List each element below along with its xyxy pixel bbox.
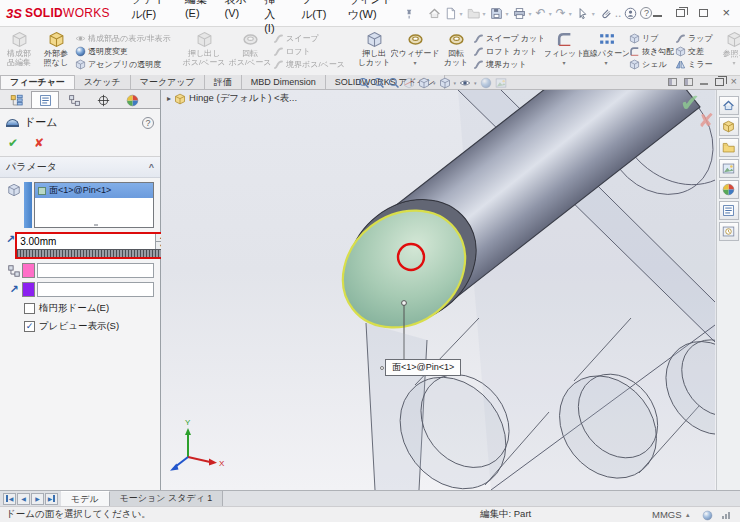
elliptical-dome-row[interactable]: 楕円形ドーム(E) <box>0 297 160 315</box>
feature-tree-flyout[interactable]: ▸ Hinge (デフォルト) <表... <box>167 92 297 105</box>
dropdown-caret-icon[interactable]: ▾ <box>549 10 552 17</box>
dropdown-caret-icon[interactable]: ▾ <box>474 80 477 86</box>
print-button[interactable] <box>512 5 527 22</box>
no-external-references-button[interactable]: 外部参 照なし <box>37 29 75 73</box>
dropdown-caret-icon[interactable]: ▾ <box>604 59 607 68</box>
listbox-resize-handle[interactable] <box>94 224 98 226</box>
direction-field[interactable] <box>37 282 154 297</box>
account-button[interactable] <box>623 5 638 22</box>
save-button[interactable] <box>489 5 504 22</box>
intersect-button[interactable]: 交差 <box>675 46 717 57</box>
first-tab-button[interactable]: ◀ <box>3 493 16 505</box>
revolved-cut-button[interactable]: 回転 カット <box>439 29 473 73</box>
tab-mbd-dimension[interactable]: MBD Dimension <box>242 75 326 89</box>
new-document-button[interactable] <box>443 5 458 22</box>
view-palette-button[interactable] <box>719 159 739 178</box>
hole-wizard-button[interactable]: 穴ウィザード ▾ <box>391 29 439 73</box>
confirm-ok-corner[interactable]: ✔ <box>680 92 700 114</box>
home-button[interactable] <box>427 5 442 22</box>
apply-scene-icon[interactable] <box>495 77 507 89</box>
status-eye-icon[interactable] <box>702 510 713 521</box>
parameters-section-header[interactable]: パラメータ ^ <box>0 157 160 178</box>
document-close-button[interactable]: × <box>731 77 737 86</box>
document-minimize-button[interactable] <box>700 78 708 85</box>
distance-input[interactable] <box>17 234 155 249</box>
more-options-button[interactable]: .. <box>614 5 623 22</box>
dropdown-caret-icon[interactable]: ▾ <box>433 80 436 86</box>
fillet-button[interactable]: フィレット ▾ <box>545 29 583 73</box>
tab-evaluate[interactable]: 評価 <box>205 75 242 89</box>
selected-face-item[interactable]: 面<1>@Pin<1> <box>35 183 153 198</box>
open-button[interactable] <box>466 5 481 22</box>
custom-properties-button[interactable] <box>719 201 739 220</box>
forum-button[interactable] <box>719 222 739 241</box>
unit-system[interactable]: MMGS <box>652 509 682 520</box>
tab-feature-tree[interactable] <box>2 91 30 108</box>
expand-arrow-icon[interactable]: ▸ <box>167 94 171 103</box>
graphics-viewport[interactable]: Y X ▸ Hinge (デフォルト) <表... 面<1>@Pin<1> ✔ … <box>161 90 716 490</box>
wrap-button[interactable]: ラップ <box>675 33 717 44</box>
restore-button[interactable] <box>676 9 685 17</box>
tab-property-manager[interactable] <box>31 91 59 108</box>
help-button[interactable]: ? <box>639 5 653 21</box>
tab-features[interactable]: フィーチャー <box>0 75 75 89</box>
extruded-cut-button[interactable]: 押し出 しカット <box>357 29 391 73</box>
face-callout[interactable]: 面<1>@Pin<1> <box>385 359 461 376</box>
undo-button[interactable]: ↶ <box>535 5 547 22</box>
dropdown-caret-icon[interactable]: ▾ <box>454 80 457 86</box>
elliptical-dome-checkbox[interactable] <box>24 303 35 314</box>
swept-cut-button[interactable]: スイープ カット <box>473 33 543 44</box>
pane-left-icon[interactable] <box>668 78 677 86</box>
next-tab-button[interactable]: ▶ <box>31 493 44 505</box>
tab-configurations[interactable] <box>60 91 88 108</box>
dropdown-caret-icon[interactable]: ▾ <box>592 10 595 17</box>
pane-right-icon[interactable] <box>684 78 693 86</box>
redo-button[interactable]: ↷ <box>555 5 567 22</box>
rib-button[interactable]: リブ <box>629 33 675 44</box>
boundary-cut-button[interactable]: 境界カット <box>473 59 543 70</box>
previous-view-icon[interactable] <box>388 77 400 89</box>
last-tab-button[interactable]: ▶ <box>45 493 58 505</box>
dropdown-caret-icon[interactable]: ▾ <box>506 10 509 17</box>
draft-button[interactable]: 抜き勾配 <box>629 46 675 57</box>
dropdown-caret-icon[interactable]: ▾ <box>483 10 486 17</box>
show-preview-row[interactable]: ✓ プレビュー表示(S) <box>0 315 160 333</box>
constraint-sketch-field[interactable] <box>37 263 154 278</box>
collapse-chevron-icon[interactable]: ^ <box>149 162 154 172</box>
view-orientation-icon[interactable] <box>418 77 430 89</box>
dropdown-caret-icon[interactable]: ▾ <box>413 59 416 68</box>
help-icon[interactable]: ? <box>142 117 154 129</box>
maximize-button[interactable] <box>699 9 708 17</box>
tab-sketch[interactable]: スケッチ <box>75 75 131 89</box>
display-style-icon[interactable] <box>439 77 451 89</box>
thumbwheel-slider[interactable] <box>17 249 166 257</box>
document-restore-button[interactable] <box>715 78 724 86</box>
design-library-button[interactable] <box>719 117 739 136</box>
assembly-transparency-button[interactable]: アセンブリの透明度 <box>75 59 179 70</box>
dropdown-caret-icon[interactable]: ▾ <box>562 59 565 68</box>
task-home-button[interactable] <box>719 96 739 115</box>
minimize-button[interactable] <box>653 9 662 17</box>
lofted-cut-button[interactable]: ロフト カット <box>473 46 543 57</box>
shell-button[interactable]: シェル <box>629 59 675 70</box>
close-button[interactable]: × <box>722 8 730 18</box>
zoom-area-icon[interactable] <box>373 77 385 89</box>
dropdown-caret-icon[interactable]: ▾ <box>569 10 572 17</box>
show-preview-checkbox[interactable]: ✓ <box>24 321 35 332</box>
appearances-button[interactable] <box>719 180 739 199</box>
model-scene[interactable]: Y X <box>161 90 715 490</box>
dropdown-caret-icon[interactable]: ▾ <box>460 10 463 17</box>
mirror-button[interactable]: ミラー <box>675 59 717 70</box>
selection-listbox[interactable]: 面<1>@Pin<1> <box>34 182 154 228</box>
tab-markup[interactable]: マークアップ <box>131 75 205 89</box>
model-tab[interactable]: モデル <box>61 491 110 506</box>
motion-study-tab[interactable]: モーション スタディ 1 <box>110 491 224 506</box>
tab-dimxpert[interactable] <box>89 91 117 108</box>
section-view-icon[interactable] <box>403 77 415 89</box>
linear-pattern-button[interactable]: 直線パターン ▾ <box>583 29 629 73</box>
previous-tab-button[interactable]: ◀ <box>17 493 30 505</box>
change-transparency-button[interactable]: 透明度変更 <box>75 46 179 57</box>
unit-system-caret-icon[interactable]: ▴ <box>686 511 690 519</box>
edit-appearance-icon[interactable] <box>480 77 492 89</box>
cancel-button[interactable]: ✘ <box>34 136 44 150</box>
